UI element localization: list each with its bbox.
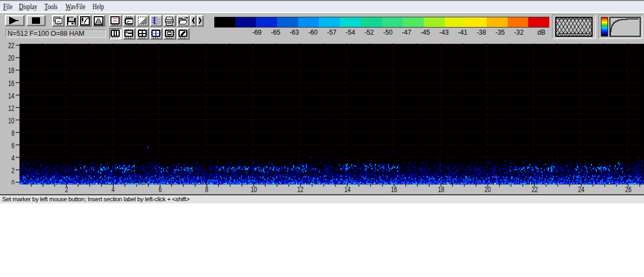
svg-text:S: S — [155, 17, 160, 25]
